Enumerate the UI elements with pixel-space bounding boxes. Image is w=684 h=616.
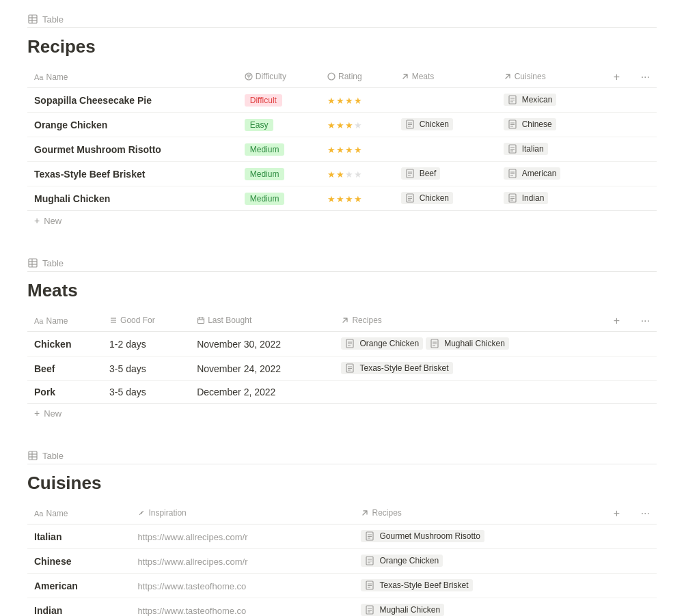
cuisines-section: Table Cuisines Aa Name — [27, 450, 657, 616]
recipe-cuisines-cell: Mexican — [497, 88, 607, 113]
arrow-icon4 — [361, 509, 369, 517]
svg-rect-48 — [198, 318, 204, 324]
recipe-meats-cell: Chicken — [394, 186, 497, 211]
recipes-table-header: Table — [27, 14, 657, 28]
cuisine-inspiration-cell[interactable]: https://www.tasteofhome.co — [131, 598, 354, 617]
meats-table: Aa Name Good For — [27, 311, 657, 403]
meats-col-lastbought[interactable]: Last Bought — [190, 311, 334, 332]
recipes-col-name[interactable]: Aa Name — [27, 67, 238, 88]
cuisines-title: Cuisines — [27, 473, 657, 494]
recipe-meats-cell — [394, 137, 497, 162]
table-row: Italian https://www.allrecipes.com/r Gou… — [27, 524, 657, 549]
table-icon3 — [27, 450, 38, 461]
cuisine-recipes-cell: Orange Chicken — [354, 549, 606, 574]
meats-col-more[interactable]: ··· — [634, 311, 657, 332]
relation-chip[interactable]: Orange Chicken — [341, 337, 423, 350]
arrow-icon3 — [341, 316, 349, 324]
table-icon — [27, 14, 38, 25]
relation-chip[interactable]: Mughali Chicken — [426, 337, 509, 350]
meats-col-recipes[interactable]: Recipes — [334, 311, 606, 332]
rating-icon — [327, 72, 336, 81]
meat-name-cell[interactable]: Chicken — [27, 332, 102, 356]
meat-lastbought-cell: November 30, 2022 — [190, 332, 334, 356]
recipes-col-more[interactable]: ··· — [634, 67, 657, 88]
meat-goodfor-cell: 3-5 days — [102, 381, 190, 404]
recipe-difficulty-cell: Easy — [238, 113, 320, 137]
cuisine-name-cell[interactable]: Indian — [27, 598, 131, 617]
recipe-name-cell[interactable]: Sopapilla Cheesecake Pie — [27, 88, 238, 113]
cuisine-recipes-cell: Gourmet Mushroom Risotto — [354, 524, 606, 549]
recipe-rating-cell: ★★★★ — [320, 162, 394, 186]
table-row: Gourmet Mushroom Risotto Medium ★★★★ Ita… — [27, 137, 657, 162]
filter-icon — [245, 72, 253, 81]
recipe-cuisines-cell: Italian — [497, 137, 607, 162]
recipes-col-add[interactable]: + — [607, 67, 634, 88]
meats-add-row[interactable]: + New — [27, 403, 657, 423]
cuisine-inspiration-cell[interactable]: https://www.tasteofhome.co — [131, 574, 354, 598]
recipe-name-cell[interactable]: Gourmet Mushroom Risotto — [27, 137, 238, 162]
relation-chip[interactable]: Orange Chicken — [361, 555, 443, 567]
cuisine-name-cell[interactable]: Italian — [27, 524, 131, 549]
recipe-name-cell[interactable]: Texas-Style Beef Brisket — [27, 162, 238, 186]
relation-chip[interactable]: Texas-Style Beef Brisket — [341, 362, 452, 374]
relation-chip[interactable]: Gourmet Mushroom Risotto — [361, 530, 484, 542]
meats-col-name[interactable]: Aa Name — [27, 311, 102, 332]
relation-chip[interactable]: Texas-Style Beef Brisket — [361, 579, 472, 591]
meat-lastbought-cell: November 24, 2022 — [190, 356, 334, 381]
relation-chip[interactable]: Beef — [401, 167, 441, 180]
cuisines-col-name[interactable]: Aa Name — [27, 503, 131, 524]
meat-recipes-cell: Texas-Style Beef Brisket — [334, 356, 606, 381]
recipe-meats-cell — [394, 88, 497, 113]
svg-rect-41 — [29, 259, 37, 267]
meat-lastbought-cell: December 2, 2022 — [190, 381, 334, 404]
recipe-cuisines-cell: American — [497, 162, 607, 186]
calendar-icon — [197, 316, 205, 324]
relation-chip[interactable]: Mexican — [504, 94, 557, 106]
relation-chip[interactable]: Indian — [504, 192, 549, 204]
arrow-up-right-icon — [401, 72, 409, 81]
recipes-col-meats[interactable]: Meats — [394, 67, 497, 88]
table-row: Sopapilla Cheesecake Pie Difficult ★★★★ … — [27, 88, 657, 113]
meats-col-goodfor[interactable]: Good For — [102, 311, 190, 332]
recipe-rating-cell: ★★★★ — [320, 137, 394, 162]
recipes-title: Recipes — [27, 36, 657, 57]
meats-section: Table Meats Aa Name — [27, 257, 657, 423]
relation-chip[interactable]: Chinese — [504, 118, 556, 130]
cuisines-col-more[interactable]: ··· — [634, 503, 657, 524]
cuisine-inspiration-cell[interactable]: https://www.allrecipes.com/r — [131, 549, 354, 574]
cuisine-name-cell[interactable]: American — [27, 574, 131, 598]
table-row: Texas-Style Beef Brisket Medium ★★★★ Bee… — [27, 162, 657, 186]
relation-chip[interactable]: Mughali Chicken — [361, 604, 444, 616]
recipe-cuisines-cell: Chinese — [497, 113, 607, 137]
recipes-col-difficulty[interactable]: Difficulty — [238, 67, 320, 88]
recipe-difficulty-cell: Difficult — [238, 88, 320, 113]
recipes-col-rating[interactable]: Rating — [320, 67, 394, 88]
relation-chip[interactable]: Italian — [504, 143, 548, 155]
relation-chip[interactable]: Chicken — [401, 118, 453, 130]
relation-chip[interactable]: Chicken — [401, 192, 453, 204]
table-row: Mughali Chicken Medium ★★★★ Chicken Indi… — [27, 186, 657, 211]
recipes-add-row[interactable]: + New — [27, 210, 657, 230]
table-row: Beef 3-5 days November 24, 2022 Texas-St… — [27, 356, 657, 381]
meat-recipes-cell: Orange Chicken Mughali Chicken — [334, 332, 606, 356]
cuisine-inspiration-cell[interactable]: https://www.allrecipes.com/r — [131, 524, 354, 549]
recipe-name-cell[interactable]: Mughali Chicken — [27, 186, 238, 211]
recipe-name-cell[interactable]: Orange Chicken — [27, 113, 238, 137]
aa-icon3: Aa — [34, 509, 43, 518]
meat-name-cell[interactable]: Pork — [27, 381, 102, 404]
meats-col-add[interactable]: + — [607, 311, 634, 332]
cuisine-recipes-cell: Texas-Style Beef Brisket — [354, 574, 606, 598]
cuisines-col-add[interactable]: + — [607, 503, 634, 524]
link-icon — [137, 509, 146, 517]
cuisines-col-inspiration[interactable]: Inspiration — [131, 503, 354, 524]
arrow-up-right-icon2 — [504, 72, 512, 81]
svg-rect-0 — [29, 15, 37, 23]
relation-chip[interactable]: American — [504, 167, 561, 180]
recipes-col-cuisines[interactable]: Cuisines — [497, 67, 607, 88]
meats-table-header: Table — [27, 257, 657, 272]
meat-name-cell[interactable]: Beef — [27, 356, 102, 381]
cuisine-name-cell[interactable]: Chinese — [27, 549, 131, 574]
table-row: American https://www.tasteofhome.co Texa… — [27, 574, 657, 598]
cuisines-col-recipes[interactable]: Recipes — [354, 503, 606, 524]
aa-icon: Aa — [34, 73, 43, 81]
